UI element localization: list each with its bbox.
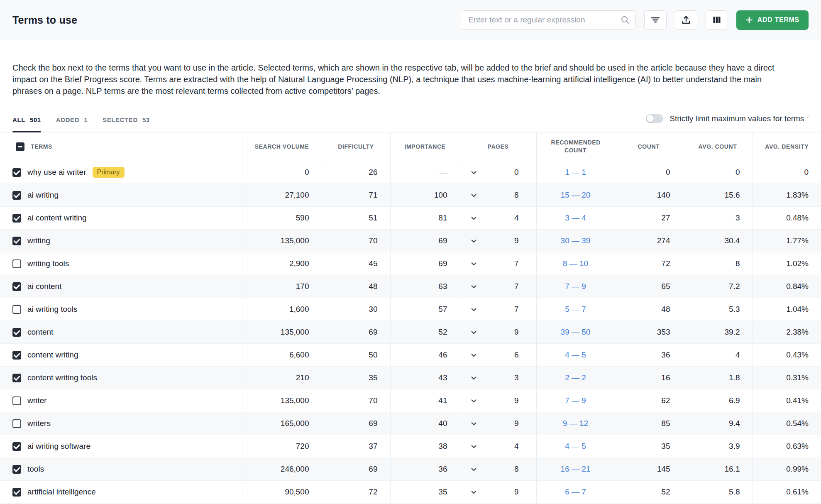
recommended-count-link[interactable]: 16 — 21: [561, 465, 591, 473]
search-input[interactable]: [461, 10, 636, 30]
tabs-row: ALL 501 ADDED 1 SELECTED 53 Strictly lim…: [0, 113, 821, 132]
term-label: content writing: [27, 350, 78, 360]
recommended-count-link[interactable]: 7 — 9: [565, 396, 586, 405]
pages-cell: 0: [460, 161, 536, 184]
search-volume-cell: 165,000: [242, 412, 322, 435]
term-checkbox[interactable]: [12, 191, 21, 200]
export-button[interactable]: [675, 10, 697, 30]
avg-density-cell: 0.61%: [753, 481, 821, 504]
term-checkbox[interactable]: [12, 419, 21, 428]
avg-count-cell: 7.2: [683, 275, 753, 298]
recommended-count-link[interactable]: 15 — 20: [561, 191, 591, 199]
term-checkbox[interactable]: [12, 328, 21, 337]
expand-pages-chevron-icon[interactable]: [470, 420, 477, 427]
tab-added[interactable]: ADDED 1: [56, 116, 88, 132]
importance-cell: 57: [390, 298, 460, 321]
importance-cell: 69: [390, 252, 460, 275]
avg-density-cell: 0.48%: [753, 207, 821, 230]
pages-cell: 8: [460, 184, 536, 207]
recommended-count-link[interactable]: 4 — 5: [565, 442, 586, 450]
recommended-count-link[interactable]: 6 — 7: [565, 487, 586, 496]
recommended-count-link[interactable]: 7 — 9: [565, 282, 586, 291]
term-checkbox[interactable]: [12, 168, 21, 177]
add-terms-button[interactable]: ADD TERMS: [736, 10, 809, 30]
recommended-count-cell: 3 — 4: [536, 207, 615, 230]
expand-pages-chevron-icon[interactable]: [470, 443, 477, 450]
recommended-count-link[interactable]: 2 — 2: [565, 373, 586, 382]
expand-pages-chevron-icon[interactable]: [470, 397, 477, 404]
recommended-count-link[interactable]: 5 — 7: [565, 305, 586, 313]
term-checkbox[interactable]: [12, 214, 21, 223]
term-checkbox[interactable]: [12, 442, 21, 451]
expand-pages-chevron-icon[interactable]: [470, 215, 477, 222]
recommended-count-link[interactable]: 39 — 50: [561, 328, 591, 336]
pages-cell: 3: [460, 367, 536, 389]
recommended-count-cell: 7 — 9: [536, 275, 615, 298]
tab-added-count: 1: [84, 116, 88, 123]
table-row: content writing tools210354332 — 2161.80…: [0, 367, 821, 389]
recommended-count-link[interactable]: 4 — 5: [565, 350, 586, 359]
term-label: writing tools: [27, 259, 69, 268]
search-volume-cell: 246,000: [242, 458, 322, 481]
avg-density-cell: 0.99%: [753, 458, 821, 481]
avg-density-cell: 0.31%: [753, 367, 821, 389]
expand-pages-chevron-icon[interactable]: [470, 237, 477, 245]
term-checkbox[interactable]: [12, 374, 21, 382]
term-checkbox[interactable]: [12, 351, 21, 360]
pages-count: 9: [514, 419, 519, 428]
columns-button[interactable]: [706, 10, 728, 30]
recommended-count-link[interactable]: 1 — 1: [565, 168, 586, 176]
expand-pages-chevron-icon[interactable]: [470, 260, 477, 267]
search-volume-cell: 1,600: [242, 298, 322, 321]
avg-count-cell: 39.2: [683, 321, 753, 344]
term-label: writer: [27, 396, 46, 405]
expand-pages-chevron-icon[interactable]: [470, 352, 477, 359]
count-cell: 274: [615, 230, 683, 252]
select-all-checkbox[interactable]: [16, 142, 24, 151]
expand-pages-chevron-icon[interactable]: [470, 306, 477, 313]
term-checkbox[interactable]: [12, 465, 21, 474]
recommended-count-link[interactable]: 30 — 39: [561, 236, 591, 245]
term-label: content writing tools: [27, 373, 97, 382]
strict-limit-label: Strictly limit maximum values for termsi: [670, 113, 809, 123]
recommended-count-link[interactable]: 3 — 4: [565, 213, 586, 222]
count-cell: 27: [615, 207, 683, 230]
expand-pages-chevron-icon[interactable]: [470, 329, 477, 336]
term-checkbox[interactable]: [12, 305, 21, 314]
table-header-row: TERMS SEARCH VOLUME DIFFICULTY IMPORTANC…: [0, 132, 821, 161]
avg-count-cell: 0: [683, 161, 753, 184]
avg-density-cell: 0.41%: [753, 389, 821, 412]
avg-count-cell: 3.9: [683, 435, 753, 458]
avg-density-cell: 0.43%: [753, 344, 821, 367]
pages-count: 7: [514, 282, 519, 291]
expand-pages-chevron-icon[interactable]: [470, 169, 477, 176]
avg-density-cell: 1.77%: [753, 230, 821, 252]
expand-pages-chevron-icon[interactable]: [470, 283, 477, 290]
expand-pages-chevron-icon[interactable]: [470, 192, 477, 199]
pages-cell: 7: [460, 275, 536, 298]
search-volume-cell: 135,000: [242, 321, 322, 344]
tab-all[interactable]: ALL 501: [12, 116, 41, 132]
pages-cell: 8: [460, 458, 536, 481]
strict-limit-toggle[interactable]: [646, 114, 663, 123]
search-volume-cell: 210: [242, 367, 322, 389]
pages-cell: 4: [460, 207, 536, 230]
topbar: Terms to use: [0, 0, 821, 40]
recommended-count-cell: 2 — 2: [536, 367, 615, 389]
recommended-count-cell: 4 — 5: [536, 344, 615, 367]
expand-pages-chevron-icon[interactable]: [470, 466, 477, 473]
term-checkbox[interactable]: [12, 488, 21, 497]
term-cell: why use ai writerPrimary: [0, 161, 242, 184]
tab-selected[interactable]: SELECTED 53: [103, 116, 150, 132]
recommended-count-link[interactable]: 8 — 10: [563, 259, 588, 268]
recommended-count-link[interactable]: 9 — 12: [563, 419, 588, 428]
term-checkbox[interactable]: [12, 237, 21, 245]
term-checkbox[interactable]: [12, 259, 21, 268]
pages-cell: 9: [460, 481, 536, 504]
filter-button[interactable]: [644, 10, 667, 30]
expand-pages-chevron-icon[interactable]: [470, 489, 477, 496]
pages-count: 9: [514, 487, 519, 497]
term-checkbox[interactable]: [12, 282, 21, 291]
expand-pages-chevron-icon[interactable]: [470, 374, 477, 382]
term-checkbox[interactable]: [12, 396, 21, 405]
